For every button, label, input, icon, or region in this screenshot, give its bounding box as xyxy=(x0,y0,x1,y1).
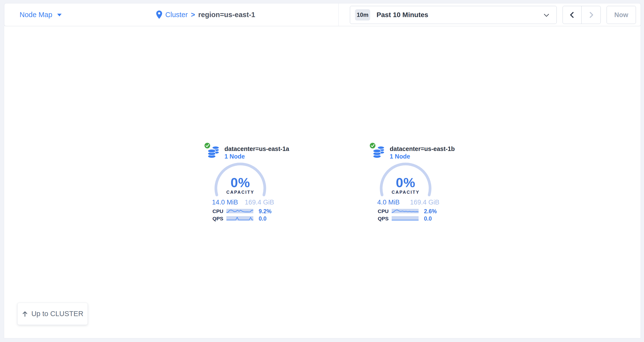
capacity-label: CAPACITY xyxy=(379,190,432,195)
time-range-dropdown[interactable]: 10m Past 10 Minutes xyxy=(350,6,557,24)
breadcrumb: Cluster > region=us-east-1 xyxy=(156,3,255,26)
breadcrumb-cluster-link[interactable]: Cluster xyxy=(165,11,188,19)
view-selector-dropdown[interactable]: Node Map xyxy=(20,3,62,26)
cpu-label: CPU xyxy=(378,208,388,214)
breadcrumb-separator: > xyxy=(191,11,195,19)
view-selector-label: Node Map xyxy=(20,11,52,19)
cpu-value: 2.6% xyxy=(424,208,437,215)
cpu-metric-row: CPU 2.6% xyxy=(370,209,444,213)
datacenter-title: datacenter=us-east-1b xyxy=(390,145,455,152)
capacity-stats: 14.0 MiB 169.4 GiB xyxy=(212,199,274,206)
datacenter-card-us-east-1b[interactable]: datacenter=us-east-1b 1 Node 0% CAPACITY… xyxy=(370,142,444,223)
node-count-link[interactable]: 1 Node xyxy=(224,153,245,160)
database-icon xyxy=(373,146,385,159)
up-to-cluster-button[interactable]: Up to CLUSTER xyxy=(17,303,88,325)
capacity-label: CAPACITY xyxy=(214,190,267,195)
capacity-used: 14.0 MiB xyxy=(212,199,238,206)
capacity-stats: 4.0 MiB 169.4 GiB xyxy=(377,199,439,206)
capacity-percent: 0% xyxy=(214,175,267,190)
capacity-used: 4.0 MiB xyxy=(377,199,400,206)
up-to-cluster-label: Up to CLUSTER xyxy=(31,310,83,318)
capacity-percent: 0% xyxy=(379,175,432,190)
location-pin-icon xyxy=(156,10,162,19)
cpu-sparkline xyxy=(392,209,418,213)
qps-metric-row: QPS 0.0 xyxy=(370,216,444,221)
chevron-down-icon xyxy=(544,14,549,17)
qps-label: QPS xyxy=(378,216,388,222)
qps-value: 0.0 xyxy=(424,215,432,222)
qps-sparkline xyxy=(392,216,418,221)
qps-label: QPS xyxy=(212,216,223,222)
arrow-up-icon xyxy=(22,311,28,317)
datacenter-title: datacenter=us-east-1a xyxy=(224,145,289,152)
header-divider xyxy=(338,3,339,26)
time-range-badge: 10m xyxy=(355,9,370,20)
database-icon xyxy=(208,146,220,159)
cpu-sparkline xyxy=(226,209,253,213)
node-count-link[interactable]: 1 Node xyxy=(390,153,410,160)
cpu-value: 9.2% xyxy=(259,208,272,215)
datacenter-card-us-east-1a[interactable]: datacenter=us-east-1a 1 Node 0% CAPACITY… xyxy=(205,142,278,223)
next-time-button[interactable] xyxy=(582,6,600,24)
now-button[interactable]: Now xyxy=(606,6,636,24)
cpu-metric-row: CPU 9.2% xyxy=(205,209,278,213)
qps-value: 0.0 xyxy=(259,215,266,222)
time-range-label: Past 10 Minutes xyxy=(376,11,428,19)
cpu-label: CPU xyxy=(212,208,223,214)
chevron-right-icon xyxy=(587,10,596,19)
header-bar: Node Map Cluster > region=us-east-1 10m … xyxy=(4,3,641,26)
capacity-total: 169.4 GiB xyxy=(245,199,274,206)
capacity-total: 169.4 GiB xyxy=(410,199,439,206)
breadcrumb-current: region=us-east-1 xyxy=(198,11,255,19)
qps-sparkline xyxy=(226,216,253,221)
qps-metric-row: QPS 0.0 xyxy=(205,216,278,221)
chevron-left-icon xyxy=(568,10,576,19)
time-pager xyxy=(562,6,601,24)
node-map-canvas: datacenter=us-east-1a 1 Node 0% CAPACITY… xyxy=(4,26,641,338)
prev-time-button[interactable] xyxy=(563,6,582,24)
caret-down-icon xyxy=(57,14,62,16)
